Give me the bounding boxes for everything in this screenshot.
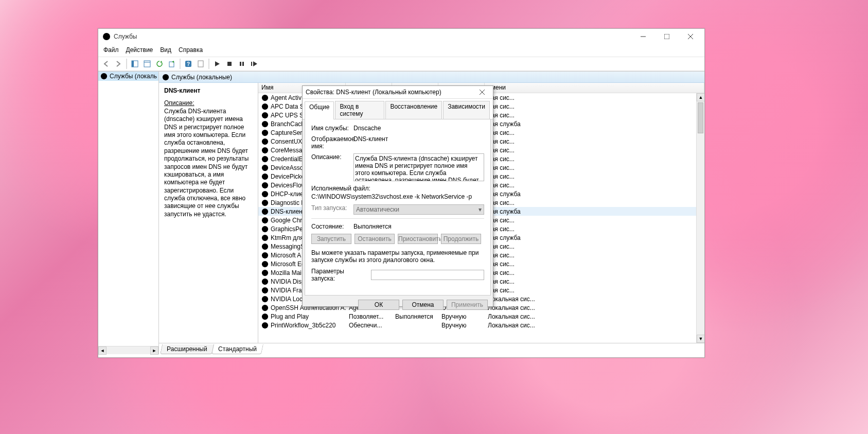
- tab-logon[interactable]: Вход в систему: [335, 101, 384, 119]
- tab-dependencies[interactable]: Зависимости: [443, 101, 490, 119]
- list-header-title: Службы (локальные): [171, 74, 232, 81]
- forward-button[interactable]: [113, 58, 124, 70]
- svg-rect-16: [251, 62, 252, 66]
- service-logon: Локальная сис...: [485, 322, 704, 329]
- column-logon[interactable]: имени: [485, 83, 704, 93]
- start-button[interactable]: Запустить: [311, 234, 351, 244]
- gear-icon: [261, 243, 269, 250]
- service-logon: ная сис...: [485, 261, 704, 268]
- resume-button[interactable]: Продолжить: [441, 234, 481, 244]
- help-topics-button[interactable]: [195, 58, 206, 70]
- dialog-tabs: Общие Вход в систему Восстановление Зави…: [303, 99, 493, 119]
- detail-pane: DNS-клиент Описание: Служба DNS-клиента …: [159, 83, 258, 343]
- properties-button[interactable]: [141, 58, 153, 70]
- back-button[interactable]: [100, 58, 112, 70]
- services-icon: [102, 32, 111, 41]
- minimize-button[interactable]: [631, 29, 655, 44]
- service-logon: ная сис...: [485, 287, 704, 294]
- service-name: Plug and Play: [271, 313, 309, 320]
- gear-icon: [261, 155, 269, 163]
- list-header-bar: Службы (локальные): [159, 72, 704, 83]
- table-row[interactable]: PrintWorkflow_3b5c220Обеспечи...ВручнуюЛ…: [258, 321, 704, 329]
- gear-icon: [261, 173, 269, 180]
- tree-horizontal-scrollbar[interactable]: ◄ ►: [98, 346, 158, 354]
- chevron-down-icon: ▾: [479, 206, 482, 213]
- stop-service-button[interactable]: [224, 58, 235, 70]
- tree-pane: Службы (локаль ◄ ►: [98, 72, 159, 354]
- executable-label: Исполняемый файл:: [311, 185, 484, 192]
- service-logon: ная сис...: [485, 199, 704, 206]
- table-row[interactable]: Plug and PlayПозволяет...ВыполняетсяВруч…: [258, 312, 704, 321]
- description-label: Описание:: [164, 99, 253, 107]
- svg-rect-2: [664, 34, 669, 39]
- restart-service-button[interactable]: [249, 58, 260, 70]
- window-title: Службы: [114, 33, 137, 40]
- export-button[interactable]: [166, 58, 178, 70]
- help-button[interactable]: ?: [183, 58, 194, 70]
- service-name: MessagingS: [271, 243, 305, 250]
- gear-icon: [162, 74, 169, 81]
- toolbar: ?: [98, 57, 704, 71]
- service-name-label: Имя службы:: [311, 125, 353, 132]
- pause-button[interactable]: Приостановить: [398, 234, 438, 244]
- dialog-close-button[interactable]: [474, 86, 490, 98]
- scroll-left-button[interactable]: ◄: [98, 346, 107, 355]
- gear-icon: [100, 73, 108, 80]
- stop-button[interactable]: Остановить: [355, 234, 395, 244]
- service-logon: ная сис...: [485, 269, 704, 276]
- cancel-button[interactable]: Отмена: [402, 300, 444, 310]
- menu-file[interactable]: Файл: [103, 46, 119, 54]
- service-name: GraphicsPer: [271, 225, 305, 233]
- tree-item-label: Службы (локаль: [110, 73, 157, 80]
- description-textarea[interactable]: [353, 153, 484, 181]
- ok-button[interactable]: ОК: [358, 300, 399, 310]
- description-label: Описание:: [311, 153, 353, 181]
- start-params-label: Параметры запуска:: [311, 268, 368, 282]
- svg-rect-6: [132, 61, 134, 67]
- dialog-titlebar[interactable]: Свойства: DNS-клиент (Локальный компьюте…: [303, 86, 493, 99]
- gear-icon: [261, 103, 269, 110]
- close-button[interactable]: [679, 29, 702, 44]
- start-service-button[interactable]: [211, 58, 223, 70]
- pause-service-button[interactable]: [236, 58, 247, 70]
- maximize-button[interactable]: [655, 29, 679, 44]
- service-logon: ная сис...: [485, 147, 704, 154]
- tab-standard[interactable]: Стандартный: [211, 344, 263, 354]
- service-name: DeviceAsso: [271, 164, 303, 171]
- gear-icon: [261, 164, 269, 171]
- gear-icon: [261, 112, 269, 119]
- scroll-right-button[interactable]: ►: [150, 346, 158, 355]
- refresh-button[interactable]: [154, 58, 165, 70]
- service-name: DevicesFlow: [271, 182, 306, 189]
- service-logon: ная сис...: [485, 138, 704, 145]
- menu-action[interactable]: Действие: [126, 46, 153, 54]
- apply-button[interactable]: Применить: [447, 300, 488, 310]
- startup-type-combo[interactable]: Автоматически ▾: [353, 204, 484, 215]
- list-vertical-scrollbar[interactable]: ▲ ▼: [696, 93, 704, 343]
- menu-help[interactable]: Справка: [179, 46, 203, 54]
- separator: [126, 59, 127, 69]
- show-hide-tree-button[interactable]: [129, 58, 140, 70]
- tree-item-services-local[interactable]: Службы (локаль: [98, 72, 158, 81]
- tab-extended[interactable]: Расширенный: [160, 344, 214, 354]
- gear-icon: [261, 120, 269, 128]
- service-logon: ная сис...: [485, 225, 704, 233]
- service-name: Microsoft A: [271, 252, 301, 259]
- service-logon: ная сис...: [485, 217, 704, 224]
- tab-general[interactable]: Общие: [305, 101, 334, 119]
- start-params-input[interactable]: [371, 270, 484, 280]
- gear-icon: [261, 234, 269, 241]
- scroll-up-button[interactable]: ▲: [697, 93, 704, 101]
- executable-value: C:\WINDOWS\system32\svchost.exe -k Netwo…: [311, 193, 484, 200]
- gear-icon: [261, 261, 269, 268]
- service-logon: ная служба: [485, 234, 704, 241]
- menu-view[interactable]: Вид: [160, 46, 171, 54]
- service-start: Вручную: [438, 322, 485, 329]
- scroll-down-button[interactable]: ▼: [697, 335, 704, 343]
- scrollbar-thumb[interactable]: [698, 102, 703, 133]
- gear-icon: [261, 199, 269, 206]
- service-properties-dialog: Свойства: DNS-клиент (Локальный компьюте…: [302, 85, 493, 307]
- service-name: NVIDIA Fra: [271, 287, 302, 294]
- tab-recovery[interactable]: Восстановление: [385, 101, 442, 119]
- titlebar[interactable]: Службы: [98, 29, 704, 44]
